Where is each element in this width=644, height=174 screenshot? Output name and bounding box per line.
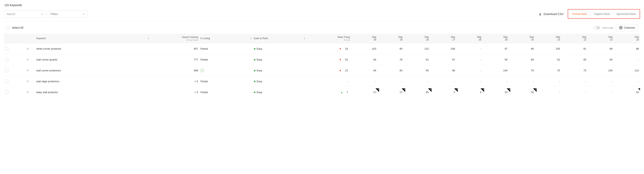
date-rank-cell: - bbox=[456, 76, 482, 87]
col-date[interactable]: Sep23▲▼ bbox=[535, 34, 561, 43]
date-rank-cell: - bbox=[482, 76, 509, 87]
star-icon[interactable]: ★ bbox=[26, 58, 29, 62]
star-icon[interactable]: ★ bbox=[26, 79, 29, 83]
tab-organic-rank[interactable]: Organic Rank bbox=[591, 10, 613, 18]
select-all-checkbox[interactable] bbox=[6, 26, 9, 29]
sort-icon: ▲▼ bbox=[533, 37, 534, 39]
keyword-cell[interactable]: white corner protector bbox=[35, 43, 150, 54]
trend-down-icon: ▼ bbox=[339, 47, 342, 50]
date-rank-cell: 90 bbox=[404, 65, 430, 76]
in-listing-cell: Partial bbox=[199, 43, 253, 54]
sort-icon: ▲▼ bbox=[559, 37, 560, 39]
date-rank-cell: 98 bbox=[430, 65, 456, 76]
ease-cell: Easy bbox=[253, 76, 306, 87]
sort-icon: ▲▼ bbox=[148, 37, 149, 39]
date-rank-cell: 33 bbox=[614, 87, 640, 98]
keyword-cell[interactable]: wall corner guards bbox=[35, 54, 150, 65]
sponsored-badge-icon bbox=[507, 88, 510, 92]
sort-icon: ▲▼ bbox=[197, 37, 198, 39]
date-rank-cell: 105 bbox=[535, 43, 561, 54]
sort-icon: ▲▼ bbox=[638, 37, 639, 39]
date-rank-cell: 91 bbox=[561, 43, 588, 54]
col-date[interactable]: Sep29▲▼ bbox=[378, 34, 404, 43]
col-date[interactable]: Sep21▲▼ bbox=[588, 34, 614, 43]
ease-cell: Easy bbox=[253, 87, 306, 98]
col-date[interactable]: Sep24▲▼ bbox=[509, 34, 535, 43]
status-dot-icon bbox=[254, 81, 256, 82]
keyword-cell[interactable]: baby wall protector bbox=[35, 87, 150, 98]
row-checkbox[interactable] bbox=[5, 80, 8, 83]
columns-label: Columns bbox=[624, 26, 635, 29]
col-date[interactable]: Sep25▲▼ bbox=[482, 34, 509, 43]
date-rank-cell: 95 bbox=[378, 43, 404, 54]
columns-button[interactable]: Columns bbox=[616, 24, 638, 31]
date-rank-cell: 2 bbox=[430, 87, 456, 98]
col-in-listing[interactable]: In Listing ▲▼ bbox=[199, 34, 253, 43]
check-circle-icon: ✓ bbox=[200, 69, 204, 72]
tab-overall-rank[interactable]: Overall Rank bbox=[569, 10, 590, 18]
date-rank-cell: - bbox=[561, 87, 588, 98]
date-rank-cell: 65 bbox=[588, 54, 614, 65]
sponsored-badge-icon bbox=[533, 88, 536, 92]
date-rank-cell: 4 bbox=[456, 87, 482, 98]
search-input[interactable] bbox=[6, 12, 41, 16]
col-keyword[interactable]: Keyword ▲▼ bbox=[35, 34, 150, 43]
date-rank-cell: 85 bbox=[404, 87, 430, 98]
search-box[interactable] bbox=[4, 10, 46, 18]
col-date[interactable]: Sep27▲▼ bbox=[430, 34, 456, 43]
star-icon[interactable]: ★ bbox=[26, 90, 29, 94]
search-volume-cell: 966 bbox=[150, 65, 199, 76]
date-rank-cell: 78 bbox=[509, 65, 535, 76]
table-row: ★white corner protector657PartialEasy▼19… bbox=[4, 43, 640, 54]
gear-icon bbox=[619, 26, 622, 29]
table-row: ★wall corner protectors966✓Easy▼23849390… bbox=[4, 65, 640, 76]
date-rank-cell: 98 bbox=[588, 43, 614, 54]
date-rank-cell: 104 bbox=[482, 65, 509, 76]
download-label: Download CSV bbox=[544, 12, 564, 16]
download-csv-button[interactable]: Download CSV bbox=[537, 11, 565, 17]
tab-sponsored-rank[interactable]: Sponsored Rank bbox=[613, 10, 639, 18]
date-rank-cell: 94 bbox=[351, 54, 378, 65]
ease-cell: Easy bbox=[253, 65, 306, 76]
date-rank-cell: - bbox=[456, 65, 482, 76]
trend-down-icon: ▼ bbox=[339, 58, 342, 61]
col-date[interactable]: Sep26▲▼ bbox=[456, 34, 482, 43]
star-icon[interactable]: ★ bbox=[26, 68, 29, 72]
sponsored-badge-icon bbox=[428, 88, 432, 92]
page-title: 120 Keywords bbox=[4, 3, 22, 7]
col-date[interactable]: Sep22▲▼ bbox=[561, 34, 588, 43]
search-volume-cell: 657 bbox=[150, 43, 199, 54]
date-rank-cell: 30 bbox=[509, 87, 535, 98]
row-checkbox[interactable] bbox=[5, 47, 8, 50]
filters-dropdown[interactable]: Filters bbox=[48, 11, 88, 17]
date-rank-cell: 98 bbox=[614, 43, 640, 54]
sponsored-badge-icon bbox=[454, 88, 458, 92]
rank-trend-cell: ▲7 bbox=[306, 87, 351, 98]
date-rank-cell: - bbox=[588, 87, 614, 98]
date-rank-cell: 97 bbox=[430, 54, 456, 65]
date-rank-cell: - bbox=[456, 54, 482, 65]
star-icon[interactable]: ★ bbox=[26, 47, 29, 51]
col-ease-to-rank[interactable]: Ease to Rank ▲▼ bbox=[253, 34, 306, 43]
date-rank-cell: 97 bbox=[482, 43, 509, 54]
keyword-cell[interactable]: wall corner protectors bbox=[35, 65, 150, 76]
row-checkbox[interactable] bbox=[5, 58, 8, 61]
row-checkbox[interactable] bbox=[5, 90, 8, 94]
date-rank-cell: 115 bbox=[404, 43, 430, 54]
col-rank-trend[interactable]: Rank Trend 30 Day ▲▼ bbox=[306, 34, 351, 43]
date-rank-cell: 105 bbox=[588, 65, 614, 76]
ease-cell: Easy bbox=[253, 43, 306, 54]
sort-icon: ▲▼ bbox=[428, 37, 429, 39]
heat-map-toggle[interactable] bbox=[594, 26, 600, 29]
date-rank-cell: 27 bbox=[378, 87, 404, 98]
rank-trend-cell: ▼19 bbox=[306, 43, 351, 54]
rank-trend-cell: - bbox=[306, 76, 351, 87]
col-search-volume[interactable]: Search Volume 30-Day Exact ▲▼ bbox=[150, 34, 199, 43]
col-date[interactable]: Sep30▲▼ bbox=[351, 34, 378, 43]
col-date[interactable]: Sep28▲▼ bbox=[404, 34, 430, 43]
row-checkbox[interactable] bbox=[5, 69, 8, 72]
date-rank-cell: 108 bbox=[430, 43, 456, 54]
col-date[interactable]: Sep20▲▼ bbox=[614, 34, 640, 43]
date-rank-cell: 91 bbox=[535, 54, 561, 65]
keyword-cell[interactable]: wall edge protectors bbox=[35, 76, 150, 87]
